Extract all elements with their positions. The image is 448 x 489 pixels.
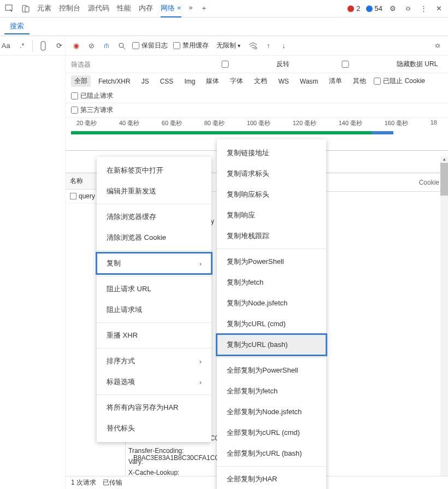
submenu-copy-all-fetch[interactable]: 全部复制为fetch bbox=[217, 381, 326, 402]
submenu-copy-all-curl-cmd[interactable]: 全部复制为cURL (cmd) bbox=[217, 422, 326, 443]
divider bbox=[97, 276, 211, 276]
close-icon[interactable]: × bbox=[177, 4, 181, 12]
filter-other[interactable]: 其他 bbox=[350, 75, 369, 87]
throttling-select[interactable]: 无限制 ▾ bbox=[214, 41, 243, 50]
svg-rect-2 bbox=[25, 7, 29, 12]
inspect-icon[interactable] bbox=[4, 4, 14, 14]
settings-icon[interactable]: ⚙ bbox=[388, 4, 398, 14]
submenu-copy-resp-headers[interactable]: 复制响应标头 bbox=[217, 184, 326, 205]
submenu-copy-all-ps[interactable]: 全部复制为PowerShell bbox=[217, 360, 326, 381]
search-row: 搜索 bbox=[0, 17, 448, 36]
menu-block-url[interactable]: 阻止请求 URL bbox=[97, 279, 211, 299]
submenu-copy-curl-bash[interactable]: 复制为cURL (bash) bbox=[217, 334, 326, 355]
filter-all[interactable]: 全部 bbox=[71, 75, 91, 87]
submenu-copy-all-curl-bash[interactable]: 全部复制为cURL (bash) bbox=[217, 443, 326, 464]
menu-replay-xhr[interactable]: 重播 XHR bbox=[97, 325, 211, 346]
menu-copy[interactable]: 复制› bbox=[97, 253, 211, 274]
scrollbar-thumb[interactable] bbox=[440, 163, 448, 196]
divider bbox=[97, 250, 211, 251]
menu-clear-cache[interactable]: 清除浏览器缓存 bbox=[97, 207, 211, 227]
submenu-copy-link[interactable]: 复制链接地址 bbox=[217, 143, 326, 163]
more-icon[interactable]: ⋮ bbox=[418, 4, 428, 14]
tab-memory[interactable]: 内存 bbox=[139, 0, 153, 17]
menu-replace-headers[interactable]: 替代标头 bbox=[97, 418, 211, 439]
submenu-copy-curl-cmd[interactable]: 复制为cURL (cmd) bbox=[217, 314, 326, 334]
filter-img[interactable]: Img bbox=[181, 76, 198, 86]
hide-data-url-checkbox[interactable]: 隐藏数据 URL bbox=[296, 60, 438, 69]
filter-ws[interactable]: WS bbox=[275, 76, 292, 86]
upload-icon[interactable]: ↑ bbox=[263, 41, 273, 51]
gear-icon[interactable]: ⛭ bbox=[403, 4, 413, 14]
submenu-copy-resp[interactable]: 复制响应 bbox=[217, 205, 326, 226]
filter-font[interactable]: 字体 bbox=[227, 75, 246, 87]
third-party-checkbox[interactable]: 第三方请求 bbox=[71, 105, 113, 115]
filter-css[interactable]: CSS bbox=[157, 76, 177, 86]
download-icon[interactable]: ↓ bbox=[279, 41, 288, 51]
tick: 40 毫秒 bbox=[119, 119, 139, 127]
svg-rect-0 bbox=[5, 5, 12, 10]
record-icon[interactable]: ◉ bbox=[71, 41, 81, 51]
filter-wasm[interactable]: Wasm bbox=[297, 76, 322, 86]
tick: 160 毫秒 bbox=[385, 119, 408, 127]
regex-button[interactable]: .* bbox=[16, 39, 28, 52]
menu-clear-cookie[interactable]: 清除浏览器 Cookie bbox=[97, 227, 211, 248]
preserve-log-checkbox[interactable]: 保留日志 bbox=[132, 41, 168, 50]
error-badge[interactable]: 2 bbox=[347, 4, 360, 13]
submenu-copy-node[interactable]: 复制为Node.jsfetch bbox=[217, 293, 326, 314]
menu-sort[interactable]: 排序方式› bbox=[97, 351, 211, 372]
svg-point-4 bbox=[119, 43, 123, 48]
tab-sources[interactable]: 源代码 bbox=[88, 0, 109, 17]
wifi-icon[interactable] bbox=[248, 41, 258, 51]
blocked-cookie-checkbox[interactable]: 已阻止 Cookie bbox=[374, 76, 425, 86]
menu-header-opts[interactable]: 标题选项› bbox=[97, 372, 211, 392]
tab-elements[interactable]: 元素 bbox=[37, 0, 51, 17]
submenu-copy-stack[interactable]: 复制堆栈跟踪 bbox=[217, 226, 326, 246]
filter-doc[interactable]: 文档 bbox=[251, 75, 270, 87]
submenu-copy-all-node[interactable]: 全部复制为Node.jsfetch bbox=[217, 402, 326, 422]
info-badge[interactable]: 54 bbox=[366, 4, 382, 13]
clear-icon[interactable]: ⊘ bbox=[86, 41, 96, 51]
search-tab[interactable]: 搜索 bbox=[4, 19, 30, 34]
blocked-req-checkbox[interactable]: 已阻止请求 bbox=[71, 91, 113, 101]
row-checkbox[interactable] bbox=[70, 193, 76, 199]
search-icon[interactable] bbox=[117, 41, 127, 51]
menu-save-har[interactable]: 将所有内容另存为HAR bbox=[97, 397, 211, 418]
invert-checkbox[interactable]: 反转 bbox=[176, 60, 290, 69]
filter-fetch[interactable]: Fetch/XHR bbox=[95, 76, 134, 86]
timeline-bar-blue bbox=[372, 131, 393, 134]
tick: 18 bbox=[431, 119, 437, 127]
disable-cache-checkbox[interactable]: 禁用缓存 bbox=[173, 41, 209, 50]
divider bbox=[32, 40, 33, 52]
menu-open-new-tab[interactable]: 在新标签页中打开 bbox=[97, 160, 211, 181]
refresh-icon[interactable]: ⟳ bbox=[54, 39, 66, 52]
close-devtools-icon[interactable]: ✕ bbox=[434, 4, 444, 14]
chevron-right-icon: › bbox=[199, 378, 202, 386]
match-case-button[interactable]: Aa bbox=[0, 39, 12, 52]
filter-media[interactable]: 媒体 bbox=[203, 75, 222, 87]
more-tabs[interactable]: » bbox=[189, 0, 193, 17]
menu-edit-resend[interactable]: 编辑并重新发送 bbox=[97, 181, 211, 202]
tab-console[interactable]: 控制台 bbox=[59, 0, 80, 17]
tab-network[interactable]: 网络× bbox=[161, 0, 181, 17]
submenu-copy-all-har[interactable]: 全部复制为HAR bbox=[217, 469, 326, 489]
divider bbox=[97, 348, 211, 349]
submenu-copy-req-headers[interactable]: 复制请求标头 bbox=[217, 163, 326, 184]
panel-settings-icon[interactable]: ⛭ bbox=[433, 41, 443, 51]
tick: 100 毫秒 bbox=[247, 119, 270, 127]
menu-block-domain[interactable]: 阻止请求域 bbox=[97, 299, 211, 320]
status-requests: 1 次请求 bbox=[71, 478, 96, 487]
svg-point-6 bbox=[255, 47, 257, 49]
filter-manifest[interactable]: 清单 bbox=[326, 75, 345, 87]
device-icon[interactable] bbox=[21, 4, 31, 14]
submenu-copy-fetch[interactable]: 复制为fetch bbox=[217, 272, 326, 293]
add-tab[interactable]: ＋ bbox=[201, 0, 208, 17]
submenu-copy-ps[interactable]: 复制为PowerShell bbox=[217, 251, 326, 272]
copy-submenu: 复制链接地址 复制请求标头 复制响应标头 复制响应 复制堆栈跟踪 复制为Powe… bbox=[217, 139, 326, 489]
chevron-right-icon: › bbox=[199, 260, 202, 268]
filter-icon[interactable]: ⫙ bbox=[102, 41, 111, 51]
expand-icon[interactable] bbox=[37, 39, 49, 52]
scrollbar[interactable]: ▴ bbox=[440, 156, 448, 484]
tab-performance[interactable]: 性能 bbox=[117, 0, 131, 17]
filter-js[interactable]: JS bbox=[138, 76, 152, 86]
filter-input[interactable] bbox=[71, 61, 169, 68]
